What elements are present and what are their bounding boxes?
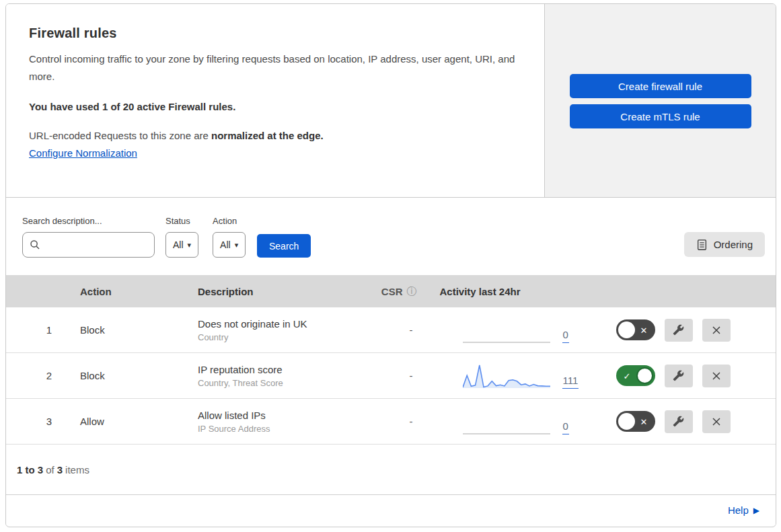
delete-rule-button[interactable] (702, 410, 731, 433)
search-button[interactable]: Search (257, 234, 311, 258)
action-value: All (220, 239, 231, 250)
edit-rule-button[interactable] (665, 365, 693, 387)
normalization-text: URL-encoded Requests to this zone are no… (29, 130, 517, 141)
rule-controls: ✓ ✕ (608, 365, 776, 387)
ordering-list-icon (696, 239, 708, 251)
help-arrow-icon: ▶ (753, 506, 759, 515)
ordering-label: Ordering (714, 239, 753, 250)
column-activity: Activity last 24hr (433, 286, 608, 297)
status-label: Status (165, 216, 198, 226)
close-icon (710, 370, 722, 382)
search-label: Search description... (22, 216, 155, 226)
toggle-knob (618, 413, 635, 430)
action-dropdown[interactable]: All ▾ (213, 232, 246, 258)
toggle-knob (618, 321, 635, 338)
rule-description[interactable]: Does not originate in UK (198, 318, 352, 330)
rule-action: Block (67, 324, 184, 336)
column-csr: CSR ⓘ (352, 285, 433, 298)
ordering-button[interactable]: Ordering (684, 232, 765, 257)
pagination-of: of (46, 464, 54, 476)
normalization-prefix: URL-encoded Requests to this zone are (29, 130, 211, 141)
rule-enabled-toggle[interactable]: ✓ ✕ (616, 411, 655, 432)
action-group: Action All ▾ (213, 216, 246, 258)
column-description: Description (184, 286, 352, 297)
rule-csr-value: - (352, 324, 433, 336)
wrench-icon (673, 370, 684, 381)
rule-description[interactable]: Allow listed IPs (198, 410, 352, 421)
intro-card: Firewall rules Control incoming traffic … (6, 4, 545, 197)
filter-bar: Search description... Status All ▾ Actio… (6, 198, 776, 275)
table-row: 1 Block Does not originate in UK Country… (6, 307, 776, 353)
rule-description[interactable]: IP reputation score (198, 364, 352, 375)
rule-description-cell: IP reputation score Country, Threat Scor… (184, 364, 352, 388)
search-description-input[interactable] (45, 239, 167, 250)
pagination-total: 3 (57, 464, 63, 476)
rule-match-fields: Country, Threat Score (198, 378, 352, 388)
pagination-range: 1 to 3 (17, 464, 43, 476)
csr-header-label: CSR (381, 286, 403, 297)
status-dropdown[interactable]: All ▾ (165, 232, 198, 258)
page-description: Control incoming traffic to your zone by… (29, 50, 517, 85)
firewall-rules-page: Firewall rules Control incoming traffic … (0, 0, 781, 532)
normalization-bold: normalized at the edge. (211, 130, 324, 141)
action-label: Action (213, 216, 246, 226)
rule-description-cell: Allow listed IPs IP Source Address (184, 410, 352, 434)
delete-rule-button[interactable] (702, 365, 731, 387)
edit-rule-button[interactable] (665, 319, 693, 342)
rule-match-fields: Country (198, 332, 352, 342)
status-value: All (173, 239, 184, 250)
table-header: Action Description CSR ⓘ Activity last 2… (6, 275, 776, 307)
usage-notice: You have used 1 of 20 active Firewall ru… (29, 101, 517, 112)
rule-action: Allow (67, 416, 184, 427)
table-row: 3 Allow Allow listed IPs IP Source Addre… (6, 399, 776, 445)
column-action: Action (67, 286, 184, 297)
wrench-icon (673, 416, 684, 427)
rule-priority: 1 (6, 324, 67, 336)
rule-enabled-toggle[interactable]: ✓ ✕ (616, 365, 655, 386)
rule-priority: 3 (6, 416, 67, 427)
activity-count-link[interactable]: 0 (562, 329, 569, 343)
status-group: Status All ▾ (165, 216, 198, 258)
rule-activity-cell: 111 (433, 362, 608, 390)
rule-priority: 2 (6, 370, 67, 381)
activity-count-link[interactable]: 0 (562, 420, 569, 434)
edit-rule-button[interactable] (665, 410, 693, 433)
rule-activity-cell: 0 (433, 316, 608, 344)
chevron-down-icon: ▾ (235, 241, 239, 250)
pagination-items: items (65, 464, 89, 476)
rule-activity-cell: 0 (433, 408, 608, 436)
actions-panel: Create firewall rule Create mTLS rule (545, 4, 776, 197)
close-icon (710, 416, 722, 428)
rule-csr-value: - (352, 416, 433, 427)
toggle-knob (636, 367, 653, 384)
wrench-icon (673, 324, 684, 336)
rule-match-fields: IP Source Address (198, 424, 352, 434)
activity-sparkline (463, 316, 550, 344)
rule-enabled-toggle[interactable]: ✓ ✕ (616, 319, 655, 340)
firewall-rules-panel: Firewall rules Control incoming traffic … (5, 3, 776, 527)
rule-description-cell: Does not originate in UK Country (184, 318, 352, 342)
configure-normalization-link[interactable]: Configure Normalization (29, 147, 137, 159)
rule-action: Block (67, 370, 184, 381)
close-icon (710, 324, 722, 336)
check-icon: ✓ (624, 371, 631, 381)
table-row: 2 Block IP reputation score Country, Thr… (6, 353, 776, 399)
top-section: Firewall rules Control incoming traffic … (6, 4, 776, 198)
search-icon (30, 239, 40, 250)
create-mtls-rule-button[interactable]: Create mTLS rule (570, 104, 751, 128)
help-link[interactable]: Help ▶ (728, 504, 759, 516)
chevron-down-icon: ▾ (188, 241, 192, 250)
activity-sparkline (463, 362, 550, 390)
delete-rule-button[interactable] (702, 319, 731, 342)
activity-count-link[interactable]: 111 (562, 375, 579, 389)
rule-controls: ✓ ✕ (608, 410, 776, 433)
help-label: Help (728, 504, 749, 516)
x-icon: ✕ (640, 416, 648, 426)
page-title: Firewall rules (29, 26, 517, 41)
help-bar: Help ▶ (6, 495, 776, 525)
info-icon[interactable]: ⓘ (407, 285, 417, 298)
search-group: Search description... (22, 216, 155, 258)
search-box[interactable] (22, 232, 155, 258)
create-firewall-rule-button[interactable]: Create firewall rule (570, 74, 751, 98)
rule-controls: ✓ ✕ (608, 319, 776, 342)
